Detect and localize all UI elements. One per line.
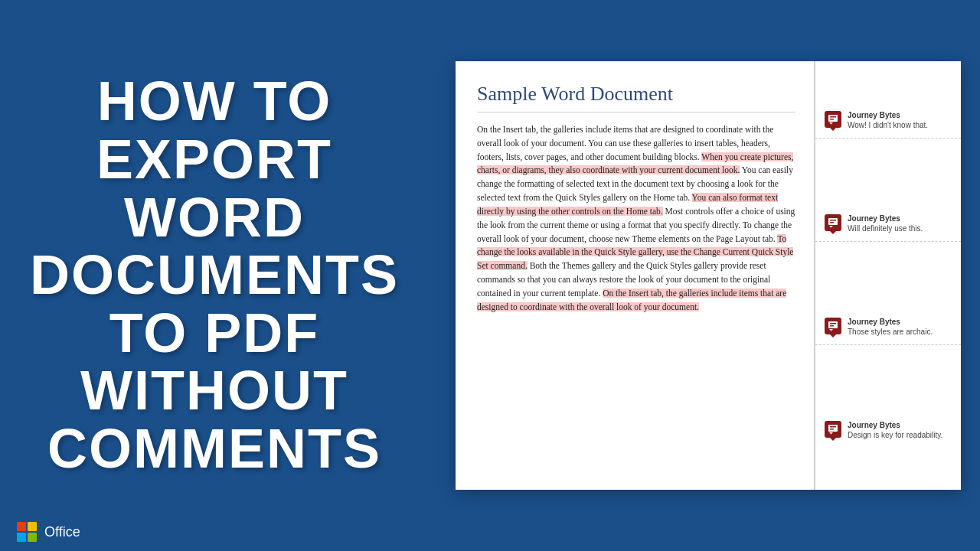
comment-content-4: Journey Bytes Design is key for readabil… (848, 421, 952, 440)
comment-content-2: Journey Bytes Will definitely use this. (848, 214, 952, 233)
comment-author-3: Journey Bytes (848, 318, 952, 326)
svg-rect-10 (830, 325, 834, 327)
word-document: Sample Word Document On the Insert tab, … (456, 61, 961, 490)
svg-rect-4 (828, 218, 838, 225)
svg-rect-8 (828, 321, 838, 328)
comment-item-2: Journey Bytes Will definitely use this. (815, 207, 961, 242)
main-title: HOW TOEXPORTWORDDOCUMENTSTO PDFWITHOUTCO… (30, 73, 399, 478)
svg-rect-18 (28, 522, 37, 531)
comment-avatar-4 (825, 421, 841, 438)
svg-rect-20 (28, 533, 37, 542)
svg-rect-19 (17, 533, 26, 542)
office-logo: Office (15, 520, 80, 543)
highlight-2: You can also format text directly by usi… (477, 193, 778, 216)
comment-avatar-2 (825, 214, 841, 231)
right-panel: Sample Word Document On the Insert tab, … (444, 0, 980, 551)
comment-text-1: Wow! I didn't know that. (848, 120, 952, 130)
svg-rect-6 (830, 222, 834, 223)
comment-item-1: Journey Bytes Wow! I didn't know that. (815, 103, 961, 139)
comment-content-1: Journey Bytes Wow! I didn't know that. (848, 111, 952, 130)
highlight-3: To change the looks available in the Qui… (477, 234, 793, 271)
left-panel: HOW TOEXPORTWORDDOCUMENTSTO PDFWITHOUTCO… (0, 0, 429, 551)
doc-main-content: Sample Word Document On the Insert tab, … (456, 61, 815, 490)
office-label: Office (44, 524, 80, 540)
doc-title: Sample Word Document (477, 83, 795, 112)
svg-rect-0 (828, 115, 838, 122)
comment-author-2: Journey Bytes (848, 214, 952, 223)
svg-rect-12 (828, 425, 838, 432)
svg-rect-2 (830, 119, 834, 120)
comment-item-4: Journey Bytes Design is key for readabil… (815, 413, 961, 448)
doc-body: On the Insert tab, the galleries include… (477, 123, 795, 314)
comment-avatar-3 (825, 318, 841, 334)
svg-rect-1 (830, 116, 836, 118)
comment-author-1: Journey Bytes (848, 111, 952, 119)
comments-panel: Journey Bytes Wow! I didn't know that. J… (815, 61, 961, 490)
svg-rect-9 (830, 323, 836, 324)
bottom-bar: Office (0, 513, 429, 551)
highlight-1: When you create pictures, charts, or dia… (477, 152, 793, 175)
comment-content-3: Journey Bytes Those styles are archaic. (848, 318, 952, 337)
svg-marker-3 (829, 122, 833, 125)
svg-rect-13 (830, 426, 836, 428)
highlight-4: On the Insert tab, the galleries include… (477, 289, 786, 311)
svg-marker-11 (829, 329, 833, 331)
svg-marker-7 (829, 226, 833, 228)
comment-author-4: Journey Bytes (848, 421, 952, 429)
svg-marker-15 (829, 432, 833, 435)
svg-rect-14 (830, 429, 834, 430)
office-icon (15, 520, 38, 543)
comment-item-3: Journey Bytes Those styles are archaic. (815, 310, 961, 345)
comment-text-3: Those styles are archaic. (848, 327, 952, 337)
comment-avatar-1 (825, 111, 841, 128)
svg-rect-17 (17, 522, 26, 531)
comment-text-4: Design is key for readability. (848, 430, 952, 440)
svg-rect-5 (830, 220, 836, 221)
comment-text-2: Will definitely use this. (848, 223, 952, 233)
